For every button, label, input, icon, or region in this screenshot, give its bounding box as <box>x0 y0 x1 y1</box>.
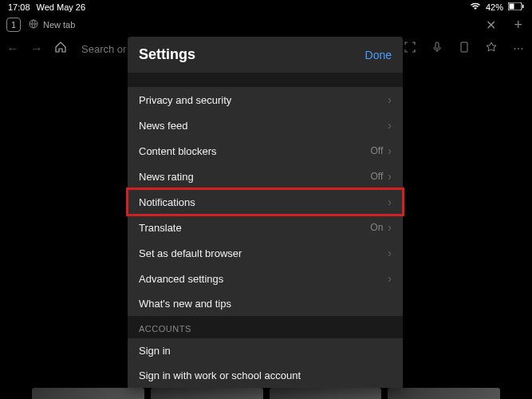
chevron-right-icon: › <box>388 170 392 183</box>
settings-content-blockers[interactable]: Content blockers Off › <box>128 138 403 164</box>
tab-count-button[interactable]: 1 <box>6 18 21 32</box>
device-icon[interactable] <box>457 41 471 57</box>
chevron-right-icon: › <box>388 144 392 157</box>
settings-translate[interactable]: Translate On › <box>128 215 403 240</box>
settings-item-label: Advanced settings <box>139 273 223 285</box>
accounts-header: ACCOUNTS <box>128 316 403 338</box>
settings-privacy[interactable]: Privacy and security › <box>128 87 403 113</box>
settings-advanced[interactable]: Advanced settings › <box>128 266 403 291</box>
scan-icon[interactable] <box>403 41 417 57</box>
svg-rect-6 <box>435 42 439 49</box>
settings-item-label: Content blockers <box>139 145 217 157</box>
globe-icon <box>29 19 38 30</box>
settings-notifications[interactable]: Notifications › <box>128 189 403 215</box>
settings-title: Settings <box>139 46 195 63</box>
close-tab-button[interactable]: ✕ <box>486 18 496 33</box>
done-button[interactable]: Done <box>365 49 392 61</box>
battery-percent: 42% <box>486 2 503 12</box>
svg-rect-1 <box>510 4 514 10</box>
feed-card[interactable] <box>270 388 382 399</box>
chevron-right-icon: › <box>388 221 392 234</box>
status-date: Wed May 26 <box>37 2 86 12</box>
feed-thumbnails <box>0 388 532 399</box>
svg-rect-2 <box>522 5 524 8</box>
settings-whats-new[interactable]: What's new and tips <box>128 291 403 316</box>
more-icon[interactable]: ··· <box>511 41 526 56</box>
status-bar: 17:08 Wed May 26 42% <box>0 0 532 14</box>
chevron-right-icon: › <box>388 119 392 132</box>
settings-item-label: Translate <box>139 222 182 234</box>
svg-rect-7 <box>461 42 467 52</box>
chevron-right-icon: › <box>388 196 392 208</box>
settings-item-label: Set as default browser <box>139 247 242 259</box>
settings-item-label: What's new and tips <box>139 298 231 310</box>
settings-news-feed[interactable]: News feed › <box>128 113 403 138</box>
tab-label: New tab <box>43 20 75 30</box>
home-button[interactable] <box>54 41 67 57</box>
settings-item-label: Notifications <box>139 196 195 208</box>
feed-card[interactable] <box>32 388 144 399</box>
browser-tab[interactable]: New tab <box>29 19 75 30</box>
feed-card[interactable] <box>388 388 500 399</box>
chevron-right-icon: › <box>388 247 392 259</box>
battery-icon <box>508 2 524 12</box>
settings-list: Privacy and security › News feed › Conte… <box>128 87 403 316</box>
wifi-icon <box>470 2 481 12</box>
sign-in-button[interactable]: Sign in <box>128 338 403 363</box>
settings-news-rating[interactable]: News rating Off › <box>128 164 403 189</box>
settings-item-label: Sign in <box>139 345 171 357</box>
settings-item-label: News feed <box>139 120 187 132</box>
settings-panel: Settings Done Privacy and security › New… <box>128 37 403 388</box>
back-button[interactable]: ← <box>6 41 19 56</box>
new-tab-button[interactable]: + <box>510 17 526 34</box>
mic-icon[interactable] <box>430 41 444 57</box>
settings-default-browser[interactable]: Set as default browser › <box>128 240 403 266</box>
favorite-icon[interactable] <box>484 41 499 57</box>
status-time: 17:08 <box>8 2 30 12</box>
tab-bar: 1 New tab ✕ + <box>0 14 532 35</box>
chevron-right-icon: › <box>388 272 392 285</box>
feed-card[interactable] <box>151 388 263 399</box>
settings-item-label: News rating <box>139 171 194 183</box>
chevron-right-icon: › <box>388 93 392 106</box>
settings-item-label: Sign in with work or school account <box>139 369 301 381</box>
settings-item-label: Privacy and security <box>139 94 231 106</box>
forward-button[interactable]: → <box>30 41 43 56</box>
sign-in-work-button[interactable]: Sign in with work or school account <box>128 363 403 388</box>
